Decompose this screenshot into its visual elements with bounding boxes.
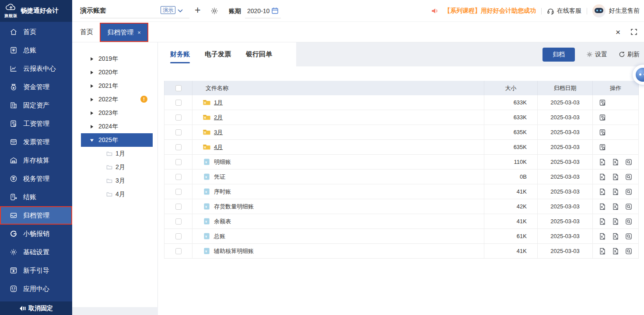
export-pdf-icon[interactable] [612, 248, 619, 255]
file-name-link[interactable]: 序时账 [214, 188, 231, 196]
account-settings-icon[interactable] [210, 7, 218, 15]
add-account-button[interactable]: + [195, 4, 200, 16]
sidebar-item-funds[interactable]: 资金管理 [0, 78, 72, 96]
preview-icon[interactable] [625, 233, 632, 240]
doc-tab-财务账[interactable]: 财务账 [170, 42, 190, 66]
export-excel-icon[interactable] [599, 248, 606, 255]
file-name-link[interactable]: 3月 [214, 128, 223, 136]
preview-icon[interactable] [625, 248, 632, 255]
archive-button[interactable]: 归档 [542, 48, 575, 62]
sidebar-item-inventory[interactable]: 库存核算 [0, 151, 72, 170]
tree-year-2020年[interactable]: 2020年 [72, 66, 158, 79]
row-checkbox[interactable] [175, 159, 182, 165]
sidebar-item-general-ledger[interactable]: 总账 [0, 41, 72, 59]
caret-right-icon[interactable] [90, 57, 94, 61]
account-set-name[interactable]: 演示账套 [80, 7, 106, 15]
sidebar-item-app-center[interactable]: 应用中心 [0, 280, 72, 298]
select-all-checkbox[interactable] [175, 85, 182, 91]
sidebar-item-guide[interactable]: 新手引导 [0, 261, 72, 280]
tree-month-4月[interactable]: 4月 [72, 187, 158, 201]
export-pdf-icon[interactable] [612, 173, 619, 180]
file-name-link[interactable]: 余额表 [214, 218, 231, 225]
caret-right-icon[interactable] [90, 111, 94, 115]
caret-right-icon[interactable] [90, 125, 94, 129]
announcement-link[interactable]: 【系列课程】用好好会计助您成功 [444, 7, 536, 15]
presale-button[interactable]: 好生意售前 [592, 4, 640, 17]
tree-month-1月[interactable]: 1月 [72, 147, 158, 160]
export-excel-icon[interactable] [599, 188, 606, 195]
calendar-icon[interactable] [271, 7, 279, 14]
preview-icon[interactable] [625, 159, 632, 166]
export-excel-icon[interactable] [599, 159, 606, 166]
row-checkbox[interactable] [175, 233, 182, 239]
sidebar-item-invoice[interactable]: 发票管理 [0, 133, 72, 151]
preview-icon[interactable] [625, 203, 632, 210]
file-name-link[interactable]: 2月 [214, 114, 223, 121]
tree-month-2月[interactable]: 2月 [72, 160, 158, 174]
tree-year-2021年[interactable]: 2021年 [72, 79, 158, 93]
sidebar-item-payroll[interactable]: 工资管理 [0, 114, 72, 133]
file-name-link[interactable]: 存货数量明细账 [214, 203, 254, 211]
sidebar-item-archive[interactable]: 归档管理 [0, 206, 72, 225]
tab-close-icon[interactable]: × [137, 29, 141, 36]
sidebar-item-fixed-assets[interactable]: 固定资产 [0, 96, 72, 114]
sidebar-item-settings[interactable]: 基础设置 [0, 243, 72, 261]
fullscreen-icon[interactable] [631, 29, 637, 35]
export-pdf-icon[interactable] [612, 203, 619, 210]
tree-month-3月[interactable]: 3月 [72, 174, 158, 187]
sidebar-item-home[interactable]: 首页 [0, 23, 72, 41]
tree-year-2022年[interactable]: 2022年! [72, 93, 158, 106]
file-name-link[interactable]: 辅助核算明细账 [214, 247, 254, 255]
period-value[interactable]: 2020-10 [247, 7, 270, 14]
preview-archive-icon[interactable] [599, 129, 606, 136]
preview-icon[interactable] [625, 173, 632, 180]
tree-year-2024年[interactable]: 2024年 [72, 120, 158, 133]
export-excel-icon[interactable] [599, 233, 606, 240]
tree-year-2019年[interactable]: 2019年 [72, 52, 158, 66]
row-checkbox[interactable] [175, 204, 182, 210]
settings-button[interactable]: 设置 [586, 51, 607, 59]
preview-icon[interactable] [625, 218, 632, 225]
close-all-tabs-icon[interactable]: × [616, 28, 620, 36]
file-name-link[interactable]: 凭证 [214, 173, 225, 181]
row-checkbox[interactable] [175, 189, 182, 195]
export-pdf-icon[interactable] [612, 233, 619, 240]
preview-icon[interactable] [625, 188, 632, 195]
caret-down-icon[interactable] [90, 138, 94, 142]
file-name-link[interactable]: 4月 [214, 143, 223, 151]
caret-right-icon[interactable] [90, 97, 94, 102]
row-checkbox[interactable] [175, 248, 182, 254]
export-pdf-icon[interactable] [612, 218, 619, 225]
tab-home[interactable]: 首页 [80, 22, 93, 42]
export-excel-icon[interactable] [599, 218, 606, 225]
file-name-link[interactable]: 1月 [214, 99, 223, 107]
preview-archive-icon[interactable] [599, 99, 606, 106]
caret-right-icon[interactable] [90, 84, 94, 88]
row-checkbox[interactable] [175, 114, 182, 121]
online-service-button[interactable]: 在线客服 [547, 7, 581, 15]
row-checkbox[interactable] [175, 129, 182, 135]
row-checkbox[interactable] [175, 100, 182, 106]
row-checkbox[interactable] [175, 174, 182, 180]
sidebar-item-closing[interactable]: 结账 [0, 188, 72, 206]
preview-archive-icon[interactable] [599, 144, 606, 151]
export-excel-icon[interactable] [599, 173, 606, 180]
refresh-button[interactable]: 刷新 [619, 51, 640, 59]
preview-archive-icon[interactable] [599, 114, 606, 121]
sidebar-item-reimburse[interactable]: 小畅报销 [0, 225, 72, 243]
export-pdf-icon[interactable] [612, 159, 619, 166]
export-pdf-icon[interactable] [612, 188, 619, 195]
row-checkbox[interactable] [175, 144, 182, 150]
tree-year-2023年[interactable]: 2023年 [72, 106, 158, 120]
file-name-link[interactable]: 总账 [214, 232, 225, 240]
doc-tab-电子发票[interactable]: 电子发票 [205, 42, 231, 66]
file-name-link[interactable]: 明细账 [214, 158, 231, 166]
tree-year-2025年[interactable]: 2025年 [81, 133, 153, 147]
sidebar-item-tax[interactable]: 税务管理 [0, 170, 72, 188]
unpin-sidebar-button[interactable]: 取消固定 [0, 301, 72, 315]
chevron-down-icon[interactable] [177, 8, 183, 14]
sidebar-item-cloud-reports[interactable]: 云报表中心 [0, 59, 72, 78]
export-excel-icon[interactable] [599, 203, 606, 210]
caret-right-icon[interactable] [90, 70, 94, 75]
row-checkbox[interactable] [175, 218, 182, 225]
